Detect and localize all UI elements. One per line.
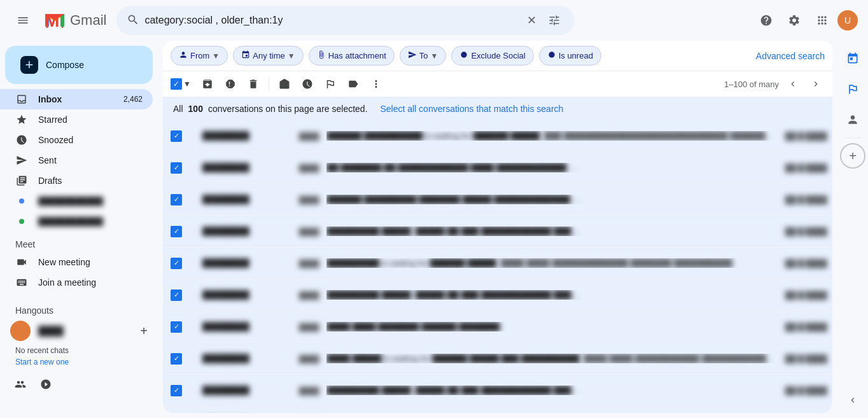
- email-checkbox[interactable]: ✓: [171, 289, 182, 301]
- hangout-contact[interactable]: ████ +: [0, 318, 163, 344]
- sidebar-item-inbox[interactable]: Inbox 2,462: [0, 89, 153, 109]
- email-checkbox[interactable]: ✓: [171, 385, 182, 396]
- settings-button[interactable]: [781, 8, 807, 33]
- email-checkbox[interactable]: ✓: [171, 353, 182, 365]
- table-row[interactable]: ✓ ☆ ████████ ████ █████████ is waiting f…: [163, 247, 832, 279]
- snooze-button[interactable]: [297, 74, 318, 94]
- inbox-icon: [15, 94, 28, 105]
- email-checkbox[interactable]: ✓: [171, 130, 182, 142]
- select-all-checkbox-container[interactable]: ✓ ▼: [171, 78, 192, 90]
- svg-point-3: [461, 52, 467, 57]
- search-clear-button[interactable]: ✕: [521, 10, 542, 31]
- table-row[interactable]: ✓ ☆ ████████ ████ █████████ █████: █████…: [163, 279, 832, 311]
- move-to-button[interactable]: [320, 74, 340, 94]
- search-input[interactable]: [144, 15, 521, 26]
- advanced-search-link[interactable]: Advanced search: [756, 51, 825, 61]
- is-unread-filter-icon: [547, 50, 556, 61]
- table-row[interactable]: ✓ ☆ ████████ ████ ████ █████ is waiting …: [163, 343, 832, 375]
- contacts-panel-button[interactable]: [840, 107, 865, 132]
- sidebar-item-drafts[interactable]: Drafts: [0, 171, 153, 191]
- email-date: ██/█/████: [783, 164, 827, 172]
- from-filter-label: From: [190, 51, 209, 60]
- is-unread-filter-chip[interactable]: Is unread: [539, 46, 601, 66]
- table-row[interactable]: ✓ ☆ ████████ ████ ██ ███████ ██ ████████…: [163, 152, 832, 184]
- email-sender: ████████: [202, 131, 291, 141]
- star-button[interactable]: ☆: [187, 257, 200, 270]
- email-checkbox[interactable]: ✓: [171, 226, 182, 237]
- star-button[interactable]: ☆: [187, 225, 200, 238]
- more-actions-button[interactable]: [366, 74, 386, 94]
- start-new-chat-link[interactable]: Start a new one: [0, 358, 163, 369]
- table-row[interactable]: ✓ ☆ ████████ ████ ████ ████ ███████ ████…: [163, 311, 832, 343]
- join-meeting-label: Join a meeting: [38, 277, 143, 288]
- check-mark: ✓: [173, 80, 179, 88]
- sidebar-item-join-meeting[interactable]: Join a meeting: [0, 272, 153, 293]
- mark-as-read-button[interactable]: [274, 74, 295, 94]
- sidebar-item-snoozed[interactable]: Snoozed: [0, 130, 153, 150]
- search-options-button[interactable]: [544, 10, 564, 31]
- meet-section: Meet New meeting Join a meeting: [0, 232, 163, 298]
- user-avatar[interactable]: U: [837, 10, 858, 31]
- drafts-label: Drafts: [38, 176, 143, 186]
- label1-name: ████████████: [38, 197, 143, 206]
- sidebar-item-label2[interactable]: ████████████: [0, 211, 153, 232]
- email-tag: ████: [297, 354, 321, 363]
- filter-bar: From ▼ Any time ▼ Has attachment: [163, 41, 832, 71]
- gmail-m-icon: M: [43, 9, 66, 32]
- tasks-panel-button[interactable]: [840, 76, 865, 102]
- select-all-conversations-link[interactable]: Select all conversations that match this…: [380, 104, 563, 114]
- svg-point-4: [549, 52, 554, 57]
- any-time-filter-chip[interactable]: Any time ▼: [233, 46, 303, 66]
- search-bar[interactable]: ✕: [116, 6, 575, 35]
- compose-button[interactable]: + Compose: [5, 46, 153, 84]
- report-spam-button[interactable]: [220, 74, 241, 94]
- star-button[interactable]: ☆: [187, 130, 200, 143]
- has-attachment-filter-chip[interactable]: Has attachment: [309, 46, 395, 66]
- calendar-panel-button[interactable]: [840, 46, 865, 71]
- previous-page-button[interactable]: [784, 75, 802, 93]
- sidebar-item-label1[interactable]: ████████████: [0, 191, 153, 211]
- select-dropdown-button[interactable]: ▼: [182, 79, 192, 89]
- table-row[interactable]: ✓ ☆ ████████ ████ █████████ █████: █████…: [163, 216, 832, 247]
- sidebar-item-starred[interactable]: Starred: [0, 109, 153, 130]
- select-all-checkbox[interactable]: ✓: [171, 78, 182, 90]
- star-button[interactable]: ☆: [187, 162, 200, 174]
- exclude-social-filter-chip[interactable]: Exclude Social: [451, 46, 533, 66]
- archive-button[interactable]: [197, 74, 218, 94]
- table-row[interactable]: ✓ ☆ ████████ ████ ██████ █████████ █████…: [163, 184, 832, 216]
- delete-button[interactable]: [243, 74, 263, 94]
- email-content: ████ █████ is waiting for ██████ █████ █…: [326, 354, 775, 363]
- help-button[interactable]: [753, 8, 779, 33]
- from-filter-chip[interactable]: From ▼: [171, 46, 228, 66]
- table-row[interactable]: ✓ ☆ ████████ ████ █████████ █████: █████…: [163, 375, 832, 407]
- next-page-button[interactable]: [807, 75, 825, 93]
- star-button[interactable]: ☆: [187, 321, 200, 333]
- hangout-add-button[interactable]: +: [135, 322, 153, 340]
- email-checkbox[interactable]: ✓: [171, 321, 182, 333]
- add-panel-button[interactable]: +: [840, 143, 865, 169]
- table-row[interactable]: ✓ ☆ ████████ ████ ██████ ██████████ is w…: [163, 120, 832, 152]
- label2-dot-icon: [15, 219, 28, 224]
- star-button[interactable]: ☆: [187, 384, 200, 397]
- star-button[interactable]: ☆: [187, 193, 200, 206]
- sidebar-item-new-meeting[interactable]: New meeting: [0, 252, 153, 272]
- to-filter-chip[interactable]: To ▼: [400, 46, 447, 66]
- menu-button[interactable]: [10, 8, 36, 33]
- email-tag: ████: [297, 323, 321, 331]
- email-checkbox[interactable]: ✓: [171, 258, 182, 269]
- add-people-button[interactable]: [10, 374, 31, 394]
- table-row[interactable]: ✓ ☆ ████████ ████ ██ ███████ ████ ██ ███…: [163, 407, 832, 413]
- star-button[interactable]: ☆: [187, 352, 200, 365]
- compose-label: Compose: [46, 60, 84, 70]
- any-time-filter-arrow: ▼: [288, 52, 295, 60]
- hangout-options-button[interactable]: [36, 374, 56, 394]
- email-checkbox[interactable]: ✓: [171, 162, 182, 174]
- expand-panel-button[interactable]: [840, 387, 865, 413]
- email-checkbox[interactable]: ✓: [171, 194, 182, 206]
- sidebar-item-sent[interactable]: Sent: [0, 150, 153, 171]
- label-as-button[interactable]: [343, 74, 363, 94]
- toolbar: ✓ ▼: [163, 71, 832, 97]
- email-sender: ████████: [202, 290, 291, 300]
- star-button[interactable]: ☆: [187, 289, 200, 302]
- apps-button[interactable]: [809, 8, 835, 33]
